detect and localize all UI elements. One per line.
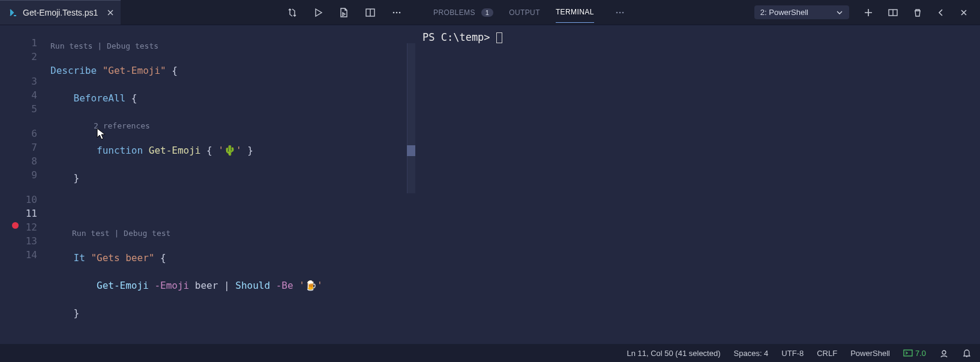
line-number: 1 (0, 36, 37, 50)
editor-pane: C: › temp › Get-Emoji.Tests.ps1 › Descri… (0, 25, 415, 344)
kill-terminal-icon[interactable] (913, 8, 922, 17)
line-number: 3 (0, 74, 37, 88)
line-number: 5 (0, 102, 37, 116)
svg-point-7 (622, 11, 624, 13)
status-spaces[interactable]: Spaces: 4 (734, 349, 769, 358)
feedback-icon[interactable] (939, 348, 949, 358)
status-terminal-version[interactable]: 7.0 (903, 348, 926, 358)
line-number: 10 (0, 193, 37, 207)
line-number: 11 (0, 207, 37, 220)
tab-output[interactable]: OUTPUT (509, 8, 540, 17)
code-area[interactable]: 1 2 3 4 5 6 7 8 9 10 11 12 13 14 Run tes… (0, 25, 415, 344)
close-panel-icon[interactable] (960, 8, 968, 17)
line-number: 14 (0, 248, 37, 262)
split-editor-icon[interactable] (365, 7, 376, 18)
more-icon[interactable] (391, 7, 402, 18)
tab-title: Get-Emoji.Tests.ps1 (23, 8, 98, 17)
codelens[interactable]: Run test | Debug test (50, 226, 415, 237)
notifications-icon[interactable] (962, 348, 972, 358)
line-number: 4 (0, 88, 37, 102)
editor-actions (287, 0, 415, 25)
tab-problems[interactable]: PROBLEMS 1 (433, 8, 493, 17)
line-number: 7 (0, 140, 37, 154)
close-icon[interactable] (106, 8, 115, 17)
line-number-gutter: 1 2 3 4 5 6 7 8 9 10 11 12 13 14 (0, 25, 50, 344)
minimap[interactable] (407, 43, 415, 193)
status-encoding[interactable]: UTF-8 (781, 349, 804, 358)
main-area: C: › temp › Get-Emoji.Tests.ps1 › Descri… (0, 25, 980, 344)
status-selection[interactable]: Ln 11, Col 50 (41 selected) (627, 349, 720, 358)
line-number: 6 (0, 127, 37, 140)
line-number: 12 (0, 220, 37, 234)
compare-changes-icon[interactable] (287, 7, 298, 18)
svg-point-5 (616, 11, 618, 13)
problems-count-badge: 1 (481, 8, 494, 17)
powershell-file-icon (8, 8, 18, 17)
title-bar: Get-Emoji.Tests.ps1 PROBLEMS (0, 0, 980, 25)
tab-terminal[interactable]: TERMINAL (556, 8, 594, 23)
panel-actions: 2: PowerShell (742, 0, 980, 25)
chevron-left-icon[interactable] (937, 8, 945, 17)
terminal-cursor (496, 32, 502, 43)
svg-point-4 (399, 11, 401, 13)
terminal-prompt: PS C:\temp> (422, 31, 496, 43)
codelens[interactable]: Run tests | Debug tests (50, 39, 415, 50)
line-number: 13 (0, 234, 37, 248)
line-number: 2 (0, 50, 37, 64)
new-terminal-icon[interactable] (864, 8, 873, 17)
terminal-pane[interactable]: PS C:\temp> (415, 25, 980, 344)
svg-point-3 (396, 11, 398, 13)
line-number: 9 (0, 168, 37, 182)
status-eol[interactable]: CRLF (817, 349, 837, 358)
minimap-thumb[interactable] (407, 145, 415, 156)
line-number: 8 (0, 154, 37, 168)
status-language[interactable]: PowerShell (850, 349, 890, 358)
code-content[interactable]: Run tests | Debug tests Describe "Get-Em… (50, 25, 415, 344)
run-file-icon[interactable] (338, 7, 349, 18)
codelens-references[interactable]: 2 references (50, 119, 415, 130)
terminal-selector[interactable]: 2: PowerShell (754, 5, 849, 19)
split-terminal-icon[interactable] (888, 7, 898, 18)
svg-point-2 (393, 11, 395, 13)
chevron-down-icon (836, 9, 843, 16)
file-tab[interactable]: Get-Emoji.Tests.ps1 (0, 0, 121, 25)
editor-tabs: Get-Emoji.Tests.ps1 (0, 0, 415, 25)
svg-point-11 (942, 351, 946, 354)
svg-point-6 (619, 11, 621, 13)
panel-more-icon[interactable] (615, 7, 625, 18)
status-bar: Ln 11, Col 50 (41 selected) Spaces: 4 UT… (0, 344, 980, 362)
run-icon[interactable] (313, 8, 323, 17)
panel-tabs: PROBLEMS 1 OUTPUT TERMINAL (415, 0, 742, 25)
problems-label: PROBLEMS (433, 8, 475, 17)
terminal-selector-label: 2: PowerShell (760, 8, 808, 17)
